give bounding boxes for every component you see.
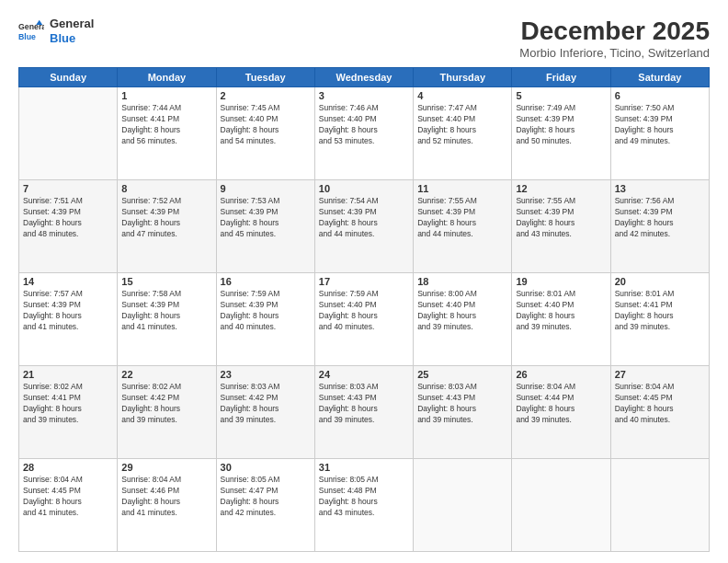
table-row: 22Sunrise: 8:02 AMSunset: 4:42 PMDayligh… <box>118 366 216 459</box>
table-row: 26Sunrise: 8:04 AMSunset: 4:44 PMDayligh… <box>512 366 610 459</box>
table-row: 2Sunrise: 7:45 AMSunset: 4:40 PMDaylight… <box>216 87 314 180</box>
calendar-week-row: 14Sunrise: 7:57 AMSunset: 4:39 PMDayligh… <box>19 273 710 366</box>
day-number: 18 <box>417 276 507 287</box>
day-info: Sunrise: 7:50 AMSunset: 4:39 PMDaylight:… <box>615 103 705 147</box>
day-number: 11 <box>417 183 507 194</box>
page: General Blue General Blue December 2025 … <box>0 0 728 563</box>
table-row: 10Sunrise: 7:54 AMSunset: 4:39 PMDayligh… <box>314 180 413 273</box>
day-number: 13 <box>615 183 705 194</box>
day-info: Sunrise: 8:05 AMSunset: 4:47 PMDaylight:… <box>221 475 311 519</box>
day-number: 12 <box>516 183 606 194</box>
table-row: 13Sunrise: 7:56 AMSunset: 4:39 PMDayligh… <box>610 180 709 273</box>
table-row: 9Sunrise: 7:53 AMSunset: 4:39 PMDaylight… <box>216 180 314 273</box>
table-row: 20Sunrise: 8:01 AMSunset: 4:41 PMDayligh… <box>610 273 709 366</box>
calendar-week-row: 28Sunrise: 8:04 AMSunset: 4:45 PMDayligh… <box>19 459 710 552</box>
logo-icon: General Blue <box>18 18 44 44</box>
col-wednesday: Wednesday <box>314 68 413 87</box>
day-number: 20 <box>615 276 705 287</box>
day-number: 19 <box>516 276 606 287</box>
day-number: 6 <box>615 90 705 101</box>
day-info: Sunrise: 8:04 AMSunset: 4:45 PMDaylight:… <box>23 475 113 519</box>
day-info: Sunrise: 8:03 AMSunset: 4:43 PMDaylight:… <box>319 382 409 426</box>
day-number: 22 <box>121 369 211 380</box>
day-number: 3 <box>319 90 409 101</box>
day-info: Sunrise: 7:58 AMSunset: 4:39 PMDaylight:… <box>121 289 211 333</box>
table-row: 12Sunrise: 7:55 AMSunset: 4:39 PMDayligh… <box>512 180 610 273</box>
table-row: 4Sunrise: 7:47 AMSunset: 4:40 PMDaylight… <box>414 87 512 180</box>
day-info: Sunrise: 7:54 AMSunset: 4:39 PMDaylight:… <box>319 196 409 240</box>
table-row: 5Sunrise: 7:49 AMSunset: 4:39 PMDaylight… <box>512 87 610 180</box>
table-row: 11Sunrise: 7:55 AMSunset: 4:39 PMDayligh… <box>414 180 512 273</box>
col-sunday: Sunday <box>19 68 118 87</box>
col-thursday: Thursday <box>414 68 512 87</box>
calendar-week-row: 21Sunrise: 8:02 AMSunset: 4:41 PMDayligh… <box>19 366 710 459</box>
day-number: 28 <box>23 462 113 473</box>
day-number: 27 <box>615 369 705 380</box>
table-row: 21Sunrise: 8:02 AMSunset: 4:41 PMDayligh… <box>19 366 118 459</box>
table-row: 30Sunrise: 8:05 AMSunset: 4:47 PMDayligh… <box>216 459 314 552</box>
table-row: 17Sunrise: 7:59 AMSunset: 4:40 PMDayligh… <box>314 273 413 366</box>
day-info: Sunrise: 7:53 AMSunset: 4:39 PMDaylight:… <box>221 196 311 240</box>
day-info: Sunrise: 8:02 AMSunset: 4:42 PMDaylight:… <box>121 382 211 426</box>
col-friday: Friday <box>512 68 610 87</box>
day-info: Sunrise: 7:44 AMSunset: 4:41 PMDaylight:… <box>121 103 211 147</box>
day-number: 24 <box>319 369 409 380</box>
location-subtitle: Morbio Inferiore, Ticino, Switzerland <box>519 46 710 60</box>
table-row: 8Sunrise: 7:52 AMSunset: 4:39 PMDaylight… <box>118 180 216 273</box>
table-row: 28Sunrise: 8:04 AMSunset: 4:45 PMDayligh… <box>19 459 118 552</box>
calendar-week-row: 1Sunrise: 7:44 AMSunset: 4:41 PMDaylight… <box>19 87 710 180</box>
day-number: 14 <box>23 276 113 287</box>
day-info: Sunrise: 8:03 AMSunset: 4:42 PMDaylight:… <box>221 382 311 426</box>
table-row: 31Sunrise: 8:05 AMSunset: 4:48 PMDayligh… <box>314 459 413 552</box>
title-block: December 2025 Morbio Inferiore, Ticino, … <box>519 17 710 60</box>
day-info: Sunrise: 7:59 AMSunset: 4:40 PMDaylight:… <box>319 289 409 333</box>
table-row <box>512 459 610 552</box>
logo: General Blue General Blue <box>18 17 94 45</box>
table-row <box>610 459 709 552</box>
day-info: Sunrise: 7:56 AMSunset: 4:39 PMDaylight:… <box>615 196 705 240</box>
day-info: Sunrise: 7:46 AMSunset: 4:40 PMDaylight:… <box>319 103 409 147</box>
day-number: 21 <box>23 369 113 380</box>
day-info: Sunrise: 7:51 AMSunset: 4:39 PMDaylight:… <box>23 196 113 240</box>
svg-text:Blue: Blue <box>18 31 36 40</box>
table-row: 23Sunrise: 8:03 AMSunset: 4:42 PMDayligh… <box>216 366 314 459</box>
day-info: Sunrise: 7:52 AMSunset: 4:39 PMDaylight:… <box>121 196 211 240</box>
logo-line1: General <box>50 17 94 31</box>
day-number: 26 <box>516 369 606 380</box>
day-number: 8 <box>121 183 211 194</box>
day-number: 23 <box>221 369 311 380</box>
day-info: Sunrise: 8:04 AMSunset: 4:46 PMDaylight:… <box>121 475 211 519</box>
day-info: Sunrise: 7:57 AMSunset: 4:39 PMDaylight:… <box>23 289 113 333</box>
day-info: Sunrise: 8:05 AMSunset: 4:48 PMDaylight:… <box>319 475 409 519</box>
table-row: 1Sunrise: 7:44 AMSunset: 4:41 PMDaylight… <box>118 87 216 180</box>
logo-line2: Blue <box>50 31 94 46</box>
day-number: 31 <box>319 462 409 473</box>
day-number: 30 <box>221 462 311 473</box>
table-row <box>414 459 512 552</box>
table-row: 27Sunrise: 8:04 AMSunset: 4:45 PMDayligh… <box>610 366 709 459</box>
calendar-header-row: Sunday Monday Tuesday Wednesday Thursday… <box>19 68 710 87</box>
day-info: Sunrise: 7:59 AMSunset: 4:39 PMDaylight:… <box>221 289 311 333</box>
table-row: 16Sunrise: 7:59 AMSunset: 4:39 PMDayligh… <box>216 273 314 366</box>
table-row: 19Sunrise: 8:01 AMSunset: 4:40 PMDayligh… <box>512 273 610 366</box>
day-number: 16 <box>221 276 311 287</box>
day-number: 9 <box>221 183 311 194</box>
day-number: 1 <box>121 90 211 101</box>
table-row: 3Sunrise: 7:46 AMSunset: 4:40 PMDaylight… <box>314 87 413 180</box>
table-row: 15Sunrise: 7:58 AMSunset: 4:39 PMDayligh… <box>118 273 216 366</box>
day-info: Sunrise: 8:00 AMSunset: 4:40 PMDaylight:… <box>417 289 507 333</box>
day-number: 25 <box>417 369 507 380</box>
day-info: Sunrise: 8:01 AMSunset: 4:40 PMDaylight:… <box>516 289 606 333</box>
day-info: Sunrise: 8:03 AMSunset: 4:43 PMDaylight:… <box>417 382 507 426</box>
day-number: 10 <box>319 183 409 194</box>
col-saturday: Saturday <box>610 68 709 87</box>
calendar-week-row: 7Sunrise: 7:51 AMSunset: 4:39 PMDaylight… <box>19 180 710 273</box>
month-title: December 2025 <box>519 17 710 46</box>
day-info: Sunrise: 8:02 AMSunset: 4:41 PMDaylight:… <box>23 382 113 426</box>
day-info: Sunrise: 7:47 AMSunset: 4:40 PMDaylight:… <box>417 103 507 147</box>
col-tuesday: Tuesday <box>216 68 314 87</box>
day-number: 7 <box>23 183 113 194</box>
day-number: 15 <box>121 276 211 287</box>
col-monday: Monday <box>118 68 216 87</box>
table-row: 25Sunrise: 8:03 AMSunset: 4:43 PMDayligh… <box>414 366 512 459</box>
